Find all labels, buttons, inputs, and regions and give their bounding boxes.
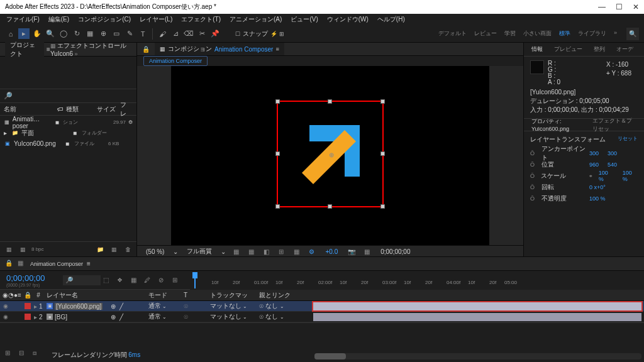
tab-info[interactable]: 情報 [526,43,548,55]
text-tool[interactable]: T [137,28,148,40]
layer-search[interactable]: 🔎 [63,275,101,285]
comp-tab[interactable]: ▦ コンポジション Animation Composer ≡ [155,43,284,55]
prop-position[interactable]: Ŏ位置960540 [530,159,638,170]
ws-library[interactable]: ライブラリ [578,30,606,38]
project-item[interactable]: ▸ 📁 平面 ■ フォルダー [0,128,136,138]
mask-icon[interactable]: ◧ [261,246,271,256]
reset-button[interactable]: リセット [618,135,638,144]
pen-tool[interactable]: ✎ [124,28,135,40]
toggle-3d-icon[interactable]: ⧈ [33,349,43,359]
layer-row[interactable]: ◉ ▸ 2 ■[BG] ⊕╱ 通常 ⌄ ☉ マットなし ⌄ ☉ なし ⌄ [0,312,644,322]
ws-standard[interactable]: 標準 [559,30,570,38]
color-icon[interactable]: ▦ [18,244,28,255]
timeline-tab[interactable]: Animation Composer [30,261,83,267]
time-navigator[interactable] [314,353,641,359]
close-button[interactable]: ✕ [633,3,639,11]
lock-icon[interactable]: 🔒 [142,46,150,53]
resize-handle[interactable] [380,151,385,156]
resize-handle[interactable] [328,99,332,104]
interpret-icon[interactable]: ▦ [4,244,14,255]
transparency-icon[interactable]: ▦ [291,246,301,256]
prop-rotation[interactable]: Ŏ回転0 x+0° [530,182,638,193]
menu-window[interactable]: ウィンドウ(W) [323,14,372,25]
menu-view[interactable]: ビュー(V) [287,14,321,25]
layer-bar[interactable] [313,302,641,310]
orbit-tool[interactable]: ◯ [58,28,69,40]
new-folder-icon[interactable]: 📁 [95,244,105,255]
puppet-tool[interactable]: 📌 [209,28,221,40]
menu-animation[interactable]: アニメーション(A) [226,14,286,25]
ws-review[interactable]: レビュー [474,30,497,38]
region-icon[interactable]: ⊞ [276,246,286,256]
eraser-tool[interactable]: ⌫ [183,28,194,40]
eye-icon[interactable]: ◉ [3,314,9,320]
ws-more[interactable]: » [614,30,617,38]
trash-icon[interactable]: 🗑 [123,244,133,255]
grid-icon[interactable]: ▦ [246,246,256,256]
hand-tool[interactable]: ✋ [31,28,43,40]
tl-btn[interactable]: 🖉 [142,275,152,285]
tab-align[interactable]: 整列 [589,43,610,55]
time-ruler[interactable]: 10f 20f 01:00f 10f 20f 02:00f 10f 20f 03… [190,271,644,290]
layer-color[interactable] [25,314,31,320]
menu-file[interactable]: ファイル(F) [3,14,43,25]
tl-btn[interactable]: ▦ [128,275,138,285]
layer-row[interactable]: ◉ ▸ 1 ▣[YuIcon600.png] ⊕╱ 通常 ⌄ ☉ マットなし ⌄… [0,301,644,312]
selection-box[interactable] [277,101,384,207]
ws-default[interactable]: デフォルト [438,30,467,38]
home-icon[interactable]: ⌂ [5,28,16,40]
toggle-blend-icon[interactable]: ⊟ [19,349,29,359]
zoom-tool[interactable]: 🔍 [45,28,56,40]
search-icon[interactable]: 🔎 [4,92,13,100]
3d-icon[interactable]: ⚙ [306,246,316,256]
resize-handle[interactable] [275,151,280,156]
clone-tool[interactable]: ⊿ [170,28,181,40]
playhead[interactable] [190,271,200,288]
zoom-dropdown[interactable]: (50 %) [142,247,168,256]
resize-handle[interactable] [380,204,385,209]
resize-handle[interactable] [275,204,280,209]
layer-bar[interactable] [313,313,641,321]
prop-opacity[interactable]: Ŏ不透明度100 % [530,193,638,204]
anchor-tool[interactable]: ⊕ [97,28,109,40]
camera-tool[interactable]: ▦ [84,28,96,40]
menu-effect[interactable]: エフェクト(T) [177,14,225,25]
fx-control-tab[interactable]: ▦ エフェクトコントロール YuIcon6 » [50,41,131,57]
rotate-tool[interactable]: ↻ [71,28,82,40]
ws-learn[interactable]: 学習 [504,30,516,38]
eye-icon[interactable]: ◉ [3,303,9,309]
rect-tool[interactable]: ▭ [111,28,122,40]
brush-tool[interactable]: 🖌 [157,28,168,40]
resize-handle[interactable] [380,99,385,104]
show-icon[interactable]: ▦ [362,246,372,256]
layer-color[interactable] [25,303,31,309]
col-size[interactable]: サイズ [97,105,120,114]
tab-properties[interactable]: プロパティ: YuIcon600.png [528,116,589,133]
navigator-handle[interactable] [314,353,346,359]
tl-btn[interactable]: ⊘ [156,275,166,285]
toggle-switches-icon[interactable]: ⊞ [5,349,15,359]
snap-toggle[interactable]: ☐ スナップ ⚡ ⊞ [235,30,284,38]
prop-anchor[interactable]: Ŏアンカーポイント300300 [530,148,638,159]
col-name[interactable]: 名前 [4,105,57,114]
snapshot-icon[interactable]: 📷 [347,246,357,256]
ws-small[interactable]: 小さい画面 [523,30,552,38]
roto-tool[interactable]: ✂ [196,28,208,40]
comp-breadcrumb[interactable]: Animation Composer [143,56,208,66]
prop-scale[interactable]: Ŏスケール⚭100 %100 % [530,170,638,182]
tl-btn[interactable]: ❖ [114,275,125,285]
project-item[interactable]: ▣ YuIcon600.png ■ ファイル 6 KB [0,138,136,149]
composition-viewer[interactable]: ⊕ [137,66,523,245]
lock-icon[interactable]: 🔒 [5,260,14,268]
new-comp-icon[interactable]: ▦ [109,244,119,255]
search-icon[interactable]: 🔍 [626,28,639,40]
exposure-value[interactable]: +0.0 [321,247,341,256]
resize-handle[interactable] [328,204,332,209]
project-item[interactable]: ▦ Animati…poser ■ ション 29.97 ⚙ [0,117,136,128]
current-time[interactable]: 0;00;00;00 [377,247,414,256]
menu-layer[interactable]: レイヤー(L) [136,14,176,25]
menu-composition[interactable]: コンポジション(C) [74,14,135,25]
menu-help[interactable]: ヘルプ(H) [374,14,409,25]
resize-handle[interactable] [275,99,280,104]
col-type[interactable]: 種類 [66,105,97,114]
